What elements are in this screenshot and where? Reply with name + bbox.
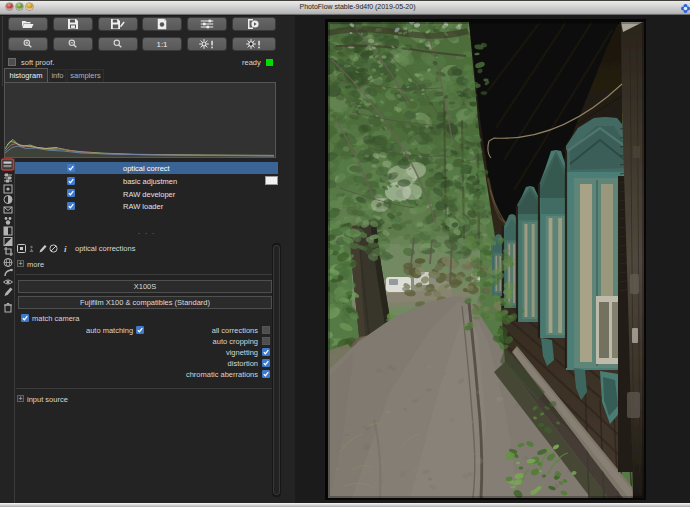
svg-text:1:1: 1:1 — [156, 40, 168, 49]
svg-text:i: i — [64, 244, 67, 254]
